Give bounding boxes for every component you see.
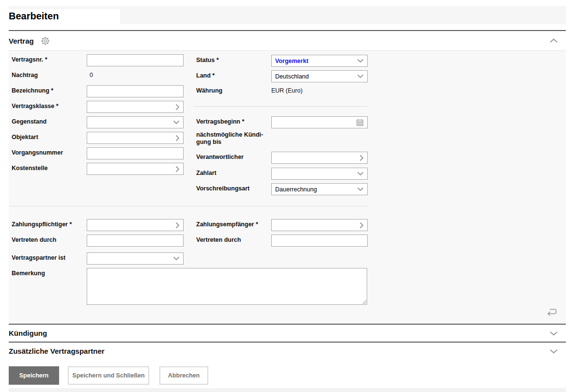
cancel-button[interactable]: Abbrechen xyxy=(159,366,208,385)
save-button[interactable]: Speichern xyxy=(9,366,59,385)
chevron-right-icon xyxy=(359,155,364,161)
objektart-label: Objektart xyxy=(12,134,38,141)
vorschreibungsart-select[interactable]: Dauerrechnung xyxy=(271,183,368,195)
column-divider xyxy=(194,106,368,107)
gegenstand-select[interactable] xyxy=(87,116,184,128)
chevron-right-icon xyxy=(175,135,180,141)
waehrung-value: EUR (Euro) xyxy=(271,87,303,94)
chevron-up-icon[interactable] xyxy=(549,38,558,43)
chevron-down-icon xyxy=(357,74,364,78)
vorgangsnummer-input[interactable] xyxy=(87,147,184,159)
gear-icon[interactable] xyxy=(40,36,50,46)
zahlungspflichtiger-picker[interactable] xyxy=(87,219,184,231)
vertragsbeginn-label: Vertragsbeginn * xyxy=(196,118,244,125)
vertragsnr-input[interactable] xyxy=(87,54,184,66)
vorschreibungsart-label: Vorschreibungsart xyxy=(196,185,249,192)
section-title-kuendigung: Kündigung xyxy=(9,329,47,337)
chevron-right-icon xyxy=(359,222,364,229)
objektart-picker[interactable] xyxy=(87,132,184,144)
page-title: Bearbeiten xyxy=(9,8,59,24)
zahlungspflichtiger-label: Zahlungspflichtiger * xyxy=(12,221,72,228)
naechstmoegliche-kuendigung-label-line2: gung bis xyxy=(196,139,221,145)
chevron-down-icon xyxy=(357,172,364,176)
chevron-down-icon xyxy=(173,256,180,261)
verantwortlicher-picker[interactable] xyxy=(271,152,368,164)
section-title-zusaetzliche-vertragspartner: Zusätzliche Vertragspartner xyxy=(9,347,105,355)
zahlart-select[interactable] xyxy=(271,168,368,180)
vertragsklasse-label: Vertragsklasse * xyxy=(12,103,59,110)
zahlungsempfaenger-picker[interactable] xyxy=(271,219,368,231)
status-select[interactable]: Vorgemerkt xyxy=(271,55,368,67)
vertragspartner-ist-label: Vertragspartner ist xyxy=(12,254,65,261)
section-body-vertrag: Vertragsnr. * Nachtrag 0 Bezeichnung * V… xyxy=(9,51,566,324)
bezeichnung-label: Bezeichnung * xyxy=(12,87,53,94)
zahlart-label: Zahlart xyxy=(196,170,217,176)
naechstmoegliche-kuendigung-label-line1: nächstmögliche Kündi- xyxy=(196,131,263,138)
land-label: Land * xyxy=(196,72,215,79)
calendar-icon[interactable] xyxy=(356,119,364,126)
chevron-down-icon xyxy=(357,59,364,63)
bezeichnung-input[interactable] xyxy=(87,85,184,97)
group-divider xyxy=(9,206,368,206)
chevron-down-icon xyxy=(357,187,364,191)
chevron-right-icon xyxy=(175,104,180,110)
vertreten-durch-rechts-label: Vertreten durch xyxy=(196,236,241,243)
bemerkung-label: Bemerkung xyxy=(12,270,45,277)
vorgangsnummer-label: Vorgangsnummer xyxy=(12,149,63,156)
vertragspartner-ist-select[interactable] xyxy=(87,252,184,265)
bemerkung-textarea[interactable] xyxy=(87,268,367,305)
section-header-kuendigung[interactable]: Kündigung xyxy=(9,325,566,342)
status-label: Status * xyxy=(196,57,219,63)
zahlungsempfaenger-label: Zahlungsempfänger * xyxy=(196,221,258,228)
save-and-close-button[interactable]: Speichern und Schließen xyxy=(68,366,149,385)
verantwortlicher-label: Verantwortlicher xyxy=(196,154,244,160)
waehrung-label: Währung xyxy=(196,87,222,94)
section-title-vertrag: Vertrag xyxy=(9,37,34,45)
nachtrag-value: 0 xyxy=(90,72,93,78)
vertragsbeginn-date-input[interactable] xyxy=(271,116,368,128)
chevron-right-icon xyxy=(175,166,180,172)
chevron-down-icon[interactable] xyxy=(549,331,558,336)
gegenstand-label: Gegenstand xyxy=(12,118,47,125)
vertreten-durch-links-label: Vertreten durch xyxy=(12,236,56,243)
kostenstelle-picker[interactable] xyxy=(87,163,184,175)
undo-icon[interactable] xyxy=(545,308,559,318)
vertragsklasse-picker[interactable] xyxy=(87,101,184,113)
kostenstelle-label: Kostenstelle xyxy=(12,165,47,172)
land-select[interactable]: Deutschland xyxy=(271,70,368,82)
vertreten-durch-rechts-input[interactable] xyxy=(271,235,368,247)
section-header-zusaetzliche-vertragspartner[interactable]: Zusätzliche Vertragspartner xyxy=(9,343,566,360)
nachtrag-label: Nachtrag xyxy=(12,72,38,78)
chevron-right-icon xyxy=(175,222,180,229)
bottom-bar xyxy=(9,388,566,392)
section-header-vertrag[interactable]: Vertrag xyxy=(9,31,566,51)
chevron-down-icon xyxy=(173,120,180,125)
vertreten-durch-links-input[interactable] xyxy=(87,235,184,247)
vertragsnr-label: Vertragsnr. * xyxy=(12,56,47,63)
chevron-down-icon[interactable] xyxy=(549,349,558,354)
